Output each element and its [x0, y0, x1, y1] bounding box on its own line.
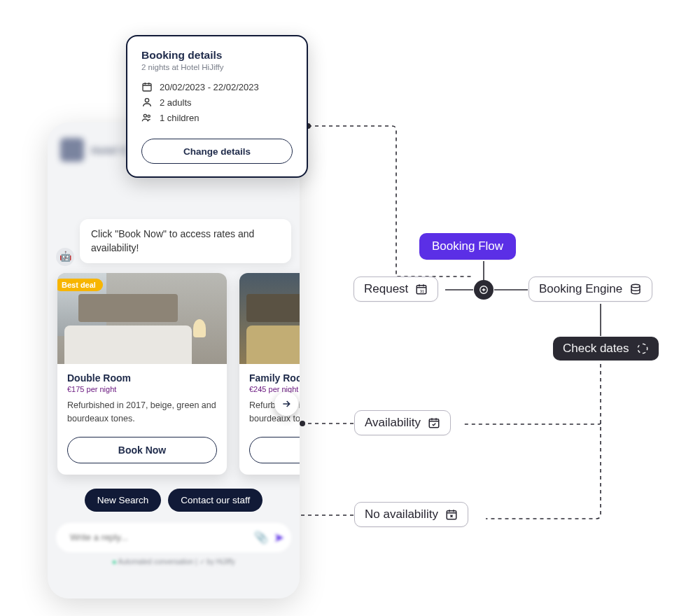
- hotel-logo-icon: [60, 138, 84, 162]
- svg-point-1: [300, 421, 305, 426]
- attach-icon[interactable]: 📎: [254, 531, 268, 544]
- room-name: Family Room: [249, 372, 300, 384]
- calendar-check-icon: [428, 416, 440, 429]
- room-desc: Refurbished in 2017, beige, green and bo…: [67, 399, 217, 426]
- svg-rect-9: [143, 83, 151, 91]
- popover-title: Booking details: [141, 49, 293, 62]
- node-no-availability: No availability: [354, 502, 468, 527]
- arrow-right-icon: [281, 398, 292, 410]
- action-row: New Search Contact our staff: [56, 489, 291, 512]
- plus-joint-icon: [474, 280, 493, 300]
- node-label: Check dates: [563, 342, 629, 356]
- change-details-button[interactable]: Change details: [141, 139, 293, 164]
- children-row: 1 children: [141, 112, 293, 123]
- room-name: Double Room: [67, 372, 217, 384]
- room-carousel[interactable]: Best deal Double Room €175 per night Ref…: [57, 273, 291, 475]
- reply-input[interactable]: [69, 531, 254, 543]
- svg-point-11: [144, 114, 146, 117]
- room-price: €245 per night: [249, 385, 300, 393]
- database-icon: [629, 283, 642, 295]
- people-icon: [141, 112, 153, 123]
- loading-circle-icon: [636, 342, 649, 355]
- phone-mockup: Hotel C 🤖 Click "Book Now" to access rat…: [48, 122, 300, 598]
- node-label: Request: [364, 282, 408, 296]
- contact-staff-button[interactable]: Contact our staff: [168, 489, 262, 512]
- node-label: Booking Flow: [432, 239, 503, 253]
- dates-row: 20/02/2023 - 22/02/2023: [141, 81, 293, 92]
- room-card-double[interactable]: Best deal Double Room €175 per night Ref…: [57, 273, 227, 475]
- calendar-icon: [141, 81, 153, 92]
- svg-text:31: 31: [420, 289, 425, 293]
- node-label: Availability: [365, 416, 421, 430]
- reply-input-row[interactable]: 📎 ➤: [56, 523, 291, 552]
- adults-row: 2 adults: [141, 97, 293, 108]
- node-request: Request 31: [354, 276, 438, 302]
- person-icon: [141, 97, 153, 108]
- room-image: Best deal: [57, 273, 227, 364]
- popover-subtitle: 2 nights at Hotel HiJiffy: [141, 63, 293, 71]
- footer-automation-note: ● Automated conversation | ✓ by HiJiffy: [56, 558, 291, 566]
- send-icon[interactable]: ➤: [274, 530, 284, 545]
- room-card-family[interactable]: Family Room €245 per night Refurbished i…: [239, 273, 300, 475]
- node-label: Booking Engine: [539, 282, 622, 296]
- best-deal-badge: Best deal: [57, 279, 103, 291]
- new-search-button[interactable]: New Search: [85, 489, 162, 512]
- chat-tip-bubble: 🤖 Click "Book Now" to access rates and a…: [80, 219, 291, 263]
- svg-rect-8: [447, 511, 456, 519]
- svg-point-10: [145, 99, 148, 102]
- node-label: No availability: [365, 507, 438, 522]
- room-price: €175 per night: [67, 385, 217, 393]
- hotel-title: Hotel C: [91, 144, 128, 156]
- node-booking-flow: Booking Flow: [419, 233, 516, 260]
- svg-rect-7: [429, 419, 439, 428]
- book-now-button[interactable]: Book Now: [67, 437, 217, 463]
- node-availability: Availability: [354, 410, 451, 435]
- tip-text: Click "Book Now" to access rates and ava…: [91, 228, 254, 253]
- room-image: [239, 273, 300, 364]
- svg-point-12: [148, 115, 150, 117]
- book-now-button[interactable]: Book Now: [249, 437, 300, 463]
- carousel-next-button[interactable]: [274, 392, 298, 416]
- calendar-x-icon: [445, 508, 458, 521]
- svg-point-6: [631, 284, 640, 288]
- node-check-dates: Check dates: [553, 337, 659, 360]
- bot-avatar-icon: 🤖: [56, 248, 74, 266]
- calendar-icon: 31: [415, 283, 428, 295]
- booking-details-popover: Booking details 2 nights at Hotel HiJiff…: [126, 35, 308, 178]
- node-booking-engine: Booking Engine: [528, 276, 652, 302]
